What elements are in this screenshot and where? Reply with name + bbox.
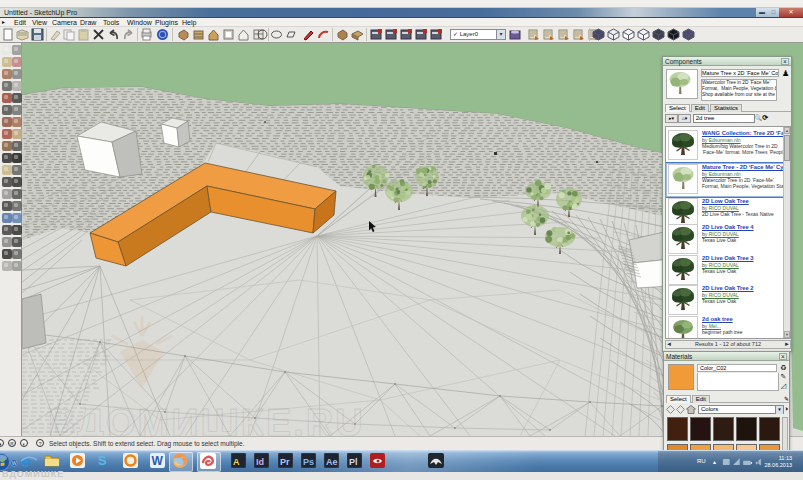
svg-text:Ae: Ae [326, 457, 338, 467]
svg-text:e: e [21, 453, 30, 470]
svg-text:S: S [98, 453, 107, 468]
svg-text:Pl: Pl [349, 457, 358, 467]
svg-text:Ps: Ps [303, 457, 314, 467]
svg-text:Id: Id [256, 457, 264, 467]
svg-text:ВДОМИШКЕ.RU: ВДОМИШКЕ.RU [48, 402, 365, 436]
svg-text:Pr: Pr [280, 457, 290, 467]
svg-text:W: W [152, 454, 164, 468]
svg-text:A: A [233, 457, 240, 467]
